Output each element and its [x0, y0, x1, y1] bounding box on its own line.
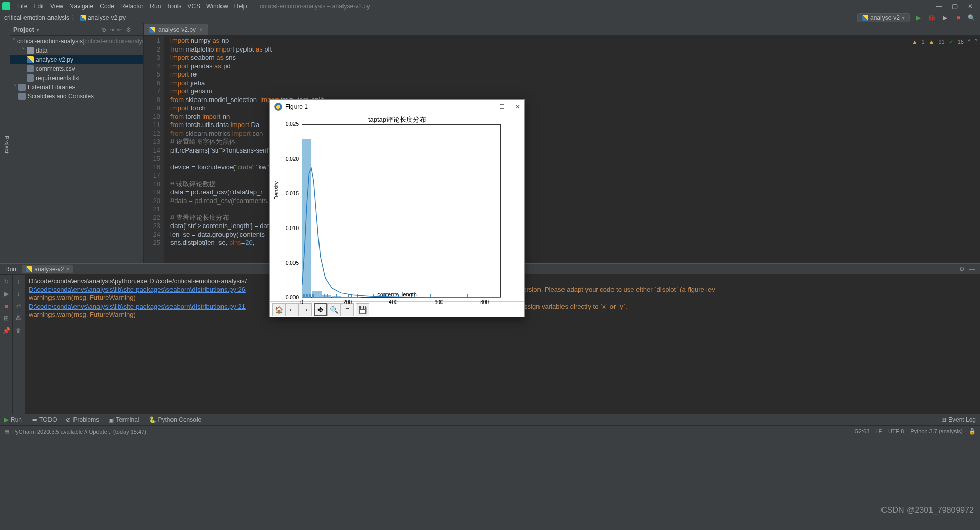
menu-tools[interactable]: Tools: [164, 3, 184, 10]
problems-tool-button[interactable]: ⊘ Problems: [66, 416, 99, 423]
terminal-tool-button[interactable]: ▣ Terminal: [108, 416, 139, 423]
tree-item[interactable]: comments.csv: [10, 64, 143, 73]
menu-code[interactable]: Code: [96, 3, 117, 10]
figure-titlebar[interactable]: Figure 1 — ☐ ✕: [270, 100, 524, 113]
status-bar: ▤ PyCharm 2020.3.5 available // Update..…: [0, 425, 980, 437]
menu-view[interactable]: View: [47, 3, 66, 10]
tree-item[interactable]: ˃External Libraries: [10, 83, 143, 92]
typo-icon: ✓: [949, 38, 953, 46]
coverage-button[interactable]: ▶: [940, 13, 949, 22]
tree-item[interactable]: ˃data: [10, 46, 143, 55]
bottom-tool-stripe: ▶Run ≔ TODO ⊘ Problems ▣ Terminal 🐍 Pyth…: [0, 414, 980, 425]
minimize-icon[interactable]: —: [936, 3, 942, 10]
stop-icon[interactable]: ■: [4, 302, 8, 310]
encoding[interactable]: UTF-8: [888, 428, 904, 435]
project-tool-stripe[interactable]: Project: [0, 23, 10, 263]
down-icon[interactable]: ↓: [17, 290, 20, 297]
crumb-file[interactable]: analyse-v2.py: [88, 14, 126, 21]
up-icon[interactable]: ↑: [17, 278, 20, 285]
search-icon[interactable]: 🔍: [967, 13, 976, 22]
gear-icon[interactable]: ⚙: [959, 266, 965, 273]
project-panel: Project ▾ ⊕ ⇥ ⇤ ⚙ — ˅critical-emotion-an…: [10, 23, 144, 263]
matplotlib-figure-window[interactable]: Figure 1 — ☐ ✕ taptap评论长度分布 Density cont…: [270, 99, 525, 317]
rerun-icon[interactable]: ↻: [4, 278, 9, 285]
layout-icon[interactable]: ⊞: [4, 315, 9, 322]
breadcrumb: critical-emotion-analysis 〉 analyse-v2.p…: [0, 12, 980, 23]
close-icon[interactable]: ✕: [515, 103, 520, 110]
hide-icon[interactable]: —: [134, 26, 140, 33]
close-icon[interactable]: ×: [66, 266, 69, 273]
chevron-up-icon[interactable]: ˄: [968, 38, 971, 46]
run-config-name: analyse-v2: [870, 14, 900, 21]
event-log-button[interactable]: ⊞ Event Log: [941, 416, 976, 423]
save-icon[interactable]: 💾: [356, 303, 369, 316]
run-button[interactable]: ▶: [914, 13, 923, 22]
menu-help[interactable]: Help: [231, 3, 250, 10]
watermark: CSDN @2301_79809972: [881, 506, 974, 515]
x-axis-label: contents_length: [270, 291, 524, 297]
home-icon[interactable]: 🏠: [272, 303, 285, 316]
python-file-icon: [80, 15, 86, 21]
launch-icon[interactable]: ▶: [4, 290, 9, 297]
hide-icon[interactable]: —: [969, 266, 975, 273]
minimize-icon[interactable]: —: [483, 103, 489, 110]
menu-window[interactable]: Window: [203, 3, 231, 10]
menu-edit[interactable]: Edit: [30, 3, 47, 10]
pin-icon[interactable]: 📌: [3, 327, 10, 334]
line-separator[interactable]: LF: [875, 428, 882, 435]
expand-icon[interactable]: ⇤: [117, 26, 122, 33]
cursor-position[interactable]: 52:63: [855, 428, 870, 435]
python-file-icon: [149, 27, 155, 33]
python-file-icon: [26, 266, 32, 272]
python-file-icon: [862, 15, 868, 21]
editor-tab[interactable]: analyse-v2.py ×: [144, 24, 208, 35]
debug-button[interactable]: 🐞: [927, 13, 936, 22]
interpreter[interactable]: Python 3.7 (analysis): [910, 428, 963, 435]
run-tab[interactable]: analyse-v2 ×: [22, 265, 74, 273]
tree-item[interactable]: requirements.txt: [10, 73, 143, 83]
back-icon[interactable]: ←: [285, 303, 299, 316]
collapse-icon[interactable]: ⇥: [109, 26, 114, 33]
menu-navigate[interactable]: Navigate: [66, 3, 96, 10]
zoom-icon[interactable]: 🔍: [327, 303, 340, 316]
status-menu-icon[interactable]: ▤: [4, 428, 9, 435]
tree-item[interactable]: analyse-v2.py: [10, 55, 143, 64]
maximize-icon[interactable]: ☐: [499, 103, 505, 110]
maximize-icon[interactable]: ▢: [952, 3, 958, 10]
tree-item[interactable]: Scratches and Consoles: [10, 92, 143, 101]
python-console-tool-button[interactable]: 🐍 Python Console: [149, 416, 202, 423]
window-title: critical-emotion-analysis – analyse-v2.p…: [260, 3, 370, 10]
figure-canvas[interactable]: taptap评论长度分布 Density contents_length 0.0…: [270, 113, 524, 301]
wrap-icon[interactable]: ⏎: [16, 302, 21, 310]
project-tree[interactable]: ˅critical-emotion-analysis [critical-emo…: [10, 36, 143, 263]
todo-tool-button[interactable]: ≔ TODO: [31, 416, 57, 423]
warning-icon: ▲: [912, 38, 918, 46]
chevron-down-icon: ▾: [902, 14, 905, 21]
menu-bar: FileEditViewNavigateCodeRefactorRunTools…: [0, 0, 980, 12]
run-tool-button[interactable]: ▶Run: [4, 416, 22, 423]
print-icon[interactable]: 🖶: [16, 315, 22, 322]
tree-item[interactable]: ˅critical-emotion-analysis [critical-emo…: [10, 37, 143, 46]
close-icon[interactable]: ✕: [968, 3, 973, 10]
menu-run[interactable]: Run: [146, 3, 164, 10]
inspections-widget[interactable]: ▲1 ▲91 ✓16 ˄ ˅: [912, 38, 978, 46]
status-message[interactable]: PyCharm 2020.3.5 available // Update... …: [12, 428, 146, 435]
menu-file[interactable]: File: [14, 3, 30, 10]
target-icon[interactable]: ⊕: [101, 26, 106, 33]
editor-tab-label: analyse-v2.py: [158, 26, 196, 33]
stop-button[interactable]: ■: [953, 13, 963, 22]
trash-icon[interactable]: 🗑: [16, 327, 22, 334]
lock-icon[interactable]: 🔒: [969, 428, 976, 435]
close-icon[interactable]: ×: [199, 26, 203, 33]
crumb-root[interactable]: critical-emotion-analysis: [4, 14, 69, 21]
figure-title: Figure 1: [285, 103, 308, 110]
pan-icon[interactable]: ✥: [314, 303, 327, 316]
app-logo-icon: [2, 2, 10, 10]
plot-axes: [302, 124, 501, 298]
gear-icon[interactable]: ⚙: [126, 26, 131, 33]
menu-refactor[interactable]: Refactor: [117, 3, 146, 10]
project-panel-title: Project: [13, 26, 34, 33]
run-config-selector[interactable]: analyse-v2 ▾: [857, 13, 910, 22]
menu-vcs[interactable]: VCS: [184, 3, 203, 10]
chevron-down-icon[interactable]: ˅: [975, 38, 978, 46]
